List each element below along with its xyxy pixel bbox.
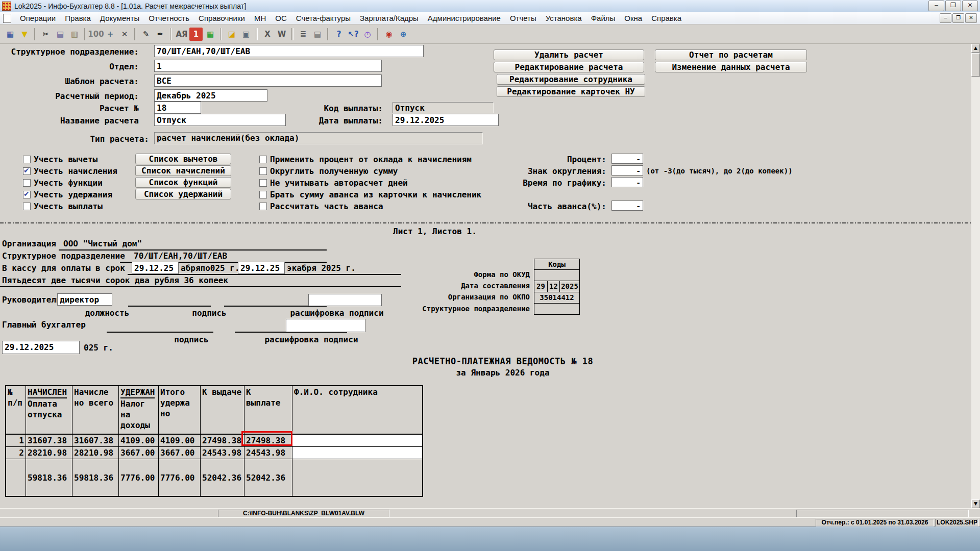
preview-icon[interactable]: ▤	[311, 28, 324, 41]
menu-item[interactable]: Администрирование	[423, 13, 505, 23]
toolbar-separator	[84, 28, 86, 40]
toolbar-separator	[256, 28, 258, 40]
excel-icon[interactable]: X	[261, 28, 274, 41]
list-button[interactable]: Список удержаний	[135, 189, 231, 199]
param-input[interactable]: -	[611, 201, 643, 211]
scroll-down-button[interactable]: ▼	[971, 499, 980, 508]
param-input[interactable]: -	[611, 177, 643, 187]
unit-input[interactable]: 70/ШТ/ЕАН,70/ШТ/ЕАВ	[154, 45, 424, 57]
menu-item[interactable]: Операции	[15, 13, 60, 23]
mdi-restore-button[interactable]: ❐	[952, 13, 964, 23]
current-file: LOK2025.SHP	[935, 519, 979, 527]
doc-date-input[interactable]: 29.12.2025	[2, 341, 80, 354]
report-button[interactable]: Отчет по расчетам	[655, 49, 807, 60]
table-cell: 24543.98	[244, 447, 292, 459]
menu-item[interactable]: Зарплата/Кадры	[355, 13, 423, 23]
menu-item[interactable]: МН	[250, 13, 271, 23]
period-input[interactable]: Декабрь 2025	[154, 89, 267, 102]
close-button[interactable]: ✕	[962, 1, 978, 11]
minimize-button[interactable]: –	[928, 1, 944, 11]
grid-icon[interactable]: ▦	[4, 28, 17, 41]
edit-employee-button[interactable]: Редактирование сотрудника	[497, 74, 645, 85]
option-checkbox[interactable]	[259, 191, 267, 198]
table-total-cell	[6, 459, 26, 496]
option-label: Не учитывать авторасчет дней	[270, 178, 408, 188]
list-button[interactable]: Список начислений	[135, 165, 231, 176]
copy-icon[interactable]: ▤	[54, 28, 67, 41]
head-position-input[interactable]: директор	[57, 293, 112, 306]
about-icon[interactable]: ◷	[361, 28, 374, 41]
calc-name-input[interactable]: Отпуск	[154, 114, 286, 126]
table-colored-icon[interactable]: ▦	[204, 28, 217, 41]
menu-item[interactable]: Документы	[95, 13, 144, 23]
okpo-value: 35014412	[534, 292, 580, 304]
option-checkbox[interactable]	[23, 167, 31, 175]
table-cell	[292, 447, 422, 459]
acct-name-input[interactable]	[286, 319, 365, 332]
table-cell	[292, 435, 422, 446]
template-input[interactable]: ВСЕ	[154, 74, 382, 87]
option-checkbox[interactable]	[259, 167, 267, 175]
menu-item[interactable]: Правка	[60, 13, 95, 23]
dept-input[interactable]: 1	[154, 60, 382, 72]
menu-item[interactable]: Отчетность	[144, 13, 194, 23]
list-button[interactable]: Список вычетов	[135, 154, 231, 164]
add-icon[interactable]: +	[104, 28, 117, 41]
mdi-document-icon[interactable]	[3, 14, 11, 23]
open-folder-icon[interactable]: ◪	[225, 28, 238, 41]
globe-icon[interactable]: ⊕	[397, 28, 410, 41]
option-checkbox[interactable]	[259, 179, 267, 187]
change-data-button[interactable]: Изменение данных расчета	[655, 62, 807, 72]
param-input[interactable]: -	[611, 165, 643, 176]
option-checkbox[interactable]	[23, 156, 31, 163]
pay-code-field: Отпуск	[393, 102, 494, 113]
word-icon[interactable]: W	[275, 28, 288, 41]
print-icon[interactable]: ≣	[297, 28, 310, 41]
menu-item[interactable]: Справочники	[194, 13, 250, 23]
save-icon[interactable]: ▣	[239, 28, 253, 41]
scroll-up-button[interactable]: ▲	[971, 44, 980, 53]
menu-item[interactable]: Файлы	[586, 13, 620, 23]
option-checkbox[interactable]	[259, 156, 267, 163]
cash-date2-input[interactable]: 29.12.25	[238, 262, 285, 274]
menu-item[interactable]: Отчеты	[505, 13, 541, 23]
delete-calc-button[interactable]: Удалить расчет	[494, 49, 644, 60]
pen2-icon[interactable]: ✒	[154, 28, 167, 41]
option-checkbox[interactable]	[23, 179, 31, 187]
pen-icon[interactable]: ✎	[139, 28, 153, 41]
menu-item[interactable]: Справка	[647, 13, 686, 23]
param-input[interactable]: -	[611, 154, 643, 164]
web-icon[interactable]: ◉	[382, 28, 396, 41]
menu-item[interactable]: Окна	[620, 13, 647, 23]
context-help-icon[interactable]: ↖?	[347, 28, 360, 41]
mdi-minimize-button[interactable]: –	[940, 13, 951, 23]
edit-calc-button[interactable]: Редактирование расчета	[494, 62, 644, 72]
cut-icon[interactable]: ✂	[39, 28, 53, 41]
restore-button[interactable]: ❐	[945, 1, 961, 11]
filter-icon[interactable]: ▼	[18, 28, 31, 41]
option-checkbox[interactable]	[23, 191, 31, 198]
paste-icon[interactable]: ▥	[68, 28, 81, 41]
calc-type-label: Тип расчета:	[0, 134, 149, 144]
calendar-day-icon[interactable]: 1	[189, 28, 203, 41]
calc-no-input[interactable]: 18	[154, 102, 201, 114]
mdi-close-button[interactable]: ✕	[965, 13, 977, 23]
edit-tax-cards-button[interactable]: Редактирование карточек НУ	[497, 86, 645, 97]
cash-date1-input[interactable]: 29.12.25	[132, 262, 179, 274]
find-icon[interactable]: АЯ	[175, 28, 188, 41]
help-icon[interactable]: ?	[332, 28, 346, 41]
scrollbar-thumb[interactable]	[971, 53, 980, 77]
menu-item[interactable]: Установка	[541, 13, 586, 23]
scale-100-icon[interactable]: 100	[89, 28, 103, 41]
option-checkbox[interactable]	[259, 203, 267, 210]
list-button[interactable]: Список функций	[135, 177, 231, 188]
pay-date-input[interactable]: 29.12.2025	[393, 114, 499, 126]
menu-item[interactable]: ОС	[271, 13, 291, 23]
option-checkbox[interactable]	[23, 203, 31, 210]
vertical-scrollbar[interactable]	[971, 44, 980, 508]
doc-unit-label: Структурное подразделение	[2, 251, 125, 261]
org-underline	[59, 249, 327, 251]
menu-item[interactable]: Счета-фактуры	[291, 13, 355, 23]
cash-text1: абряпо025 г.	[181, 263, 240, 273]
delete-icon[interactable]: ✕	[118, 28, 131, 41]
